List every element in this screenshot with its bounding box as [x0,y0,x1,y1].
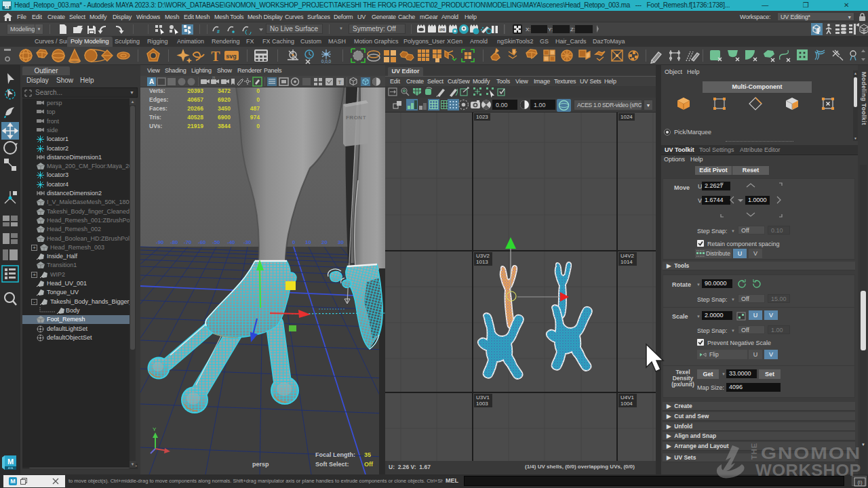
svg-text:FRONT: FRONT [346,115,366,121]
svg-text:A: A [149,78,154,85]
svg-text:1003: 1003 [476,401,488,407]
svg-text:T: T [338,79,342,85]
svg-text:Z:: Z: [570,26,575,33]
svg-text:U3V2: U3V2 [476,253,490,259]
svg-text:1023: 1023 [476,114,488,120]
svg-text:21: 21 [212,76,216,79]
svg-text:Y: Y [153,426,157,432]
svg-text:0.00: 0.00 [496,102,508,108]
svg-text:U4V2: U4V2 [620,253,635,259]
svg-text:U4V1: U4V1 [620,394,635,401]
svg-text:1024: 1024 [620,114,633,120]
svg-text:1004: 1004 [620,401,633,407]
svg-text:IPR: IPR [439,28,446,32]
svg-text:AYA: AYA [8,466,14,470]
svg-text:T: T [211,49,220,64]
svg-text:1014: 1014 [620,259,633,265]
svg-text:X:: X: [526,26,531,33]
svg-text:#: # [217,29,220,34]
svg-text:U3V1: U3V1 [476,394,490,401]
svg-text:M: M [5,4,9,10]
svg-text:1.00: 1.00 [534,102,546,108]
svg-text:Y:: Y: [548,26,553,33]
svg-text:0,0,0: 0,0,0 [321,59,332,64]
svg-text:(i): (i) [857,479,862,485]
svg-text:M: M [7,458,14,466]
svg-text:1013: 1013 [476,259,488,265]
svg-text:svg: svg [226,53,237,60]
